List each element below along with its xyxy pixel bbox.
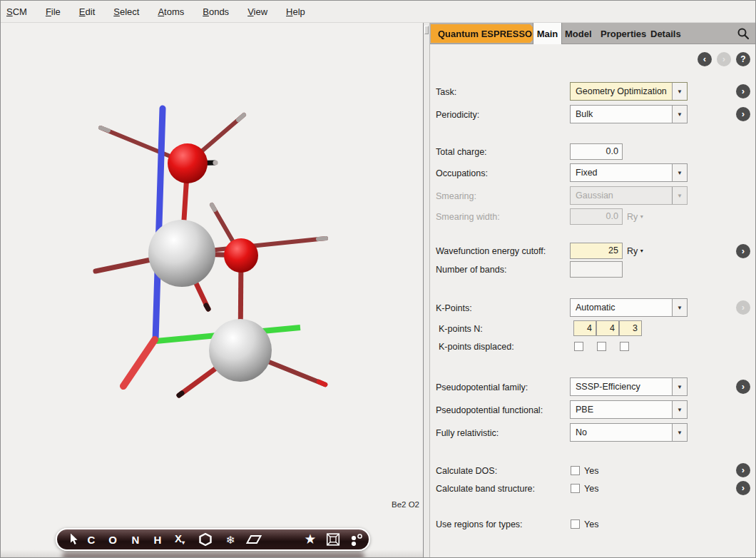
element-o-button[interactable]: O (108, 534, 117, 545)
tab-details[interactable]: Details (650, 23, 681, 44)
calc-dos-yes-label: Yes (584, 466, 598, 476)
forward-button[interactable]: › (717, 52, 731, 66)
tab-quantum-espresso[interactable]: Quantum ESPRESSO (431, 24, 539, 43)
cell-box-icon[interactable] (327, 533, 340, 546)
dropdown-arrow-icon: ▼ (672, 187, 687, 204)
total-charge-label: Total charge: (436, 147, 487, 157)
tab-properties[interactable]: Properties (601, 23, 646, 44)
cutoff-input[interactable]: 25 (570, 243, 623, 259)
atoms (148, 143, 272, 382)
periodicity-label: Periodicity: (436, 110, 479, 120)
task-detail-button[interactable]: › (736, 84, 750, 98)
pseudo-family-label: Pseudopotential family: (436, 382, 528, 392)
calc-band-detail-button[interactable]: › (736, 481, 750, 495)
kpoints-n1-input[interactable]: 4 (573, 320, 596, 336)
element-x-dropdown[interactable]: X▾ (175, 533, 185, 546)
calc-band-yes-label: Yes (584, 484, 598, 494)
element-n-button[interactable]: N (132, 534, 140, 545)
pseudo-family-detail-button[interactable]: › (736, 380, 750, 394)
menu-file[interactable]: File (46, 4, 61, 20)
dropdown-arrow-icon: ▼ (672, 299, 687, 316)
atom-Be-2 (209, 319, 272, 382)
smearing-width-input: 0.0 (570, 208, 623, 225)
calc-dos-detail-button[interactable]: › (736, 463, 750, 477)
kpoints-n3-input[interactable]: 3 (619, 320, 642, 336)
ring-tool-icon[interactable] (199, 533, 213, 547)
occupations-dropdown[interactable]: Fixed ▼ (570, 163, 688, 182)
app-window: SCM File Edit Select Atoms Bonds View He… (0, 0, 756, 558)
use-regions-yes-label: Yes (584, 519, 598, 529)
molecule-3d-scene (1, 23, 424, 558)
dropdown-arrow-icon: ▼ (672, 106, 687, 123)
total-charge-input[interactable]: 0.0 (570, 143, 623, 160)
search-icon[interactable] (737, 27, 750, 40)
fully-relativistic-dropdown[interactable]: No ▼ (570, 423, 688, 442)
molecule-viewport[interactable]: Be2 O2 C O N H X▾ ❄ ★ (1, 23, 424, 558)
task-dropdown[interactable]: Geometry Optimization ▼ (570, 82, 688, 101)
periodicity-detail-button[interactable]: › (736, 107, 750, 121)
occupations-label: Occupations: (436, 168, 488, 178)
element-c-button[interactable]: C (88, 534, 96, 545)
dropdown-arrow-icon: ▼ (672, 401, 687, 418)
favorites-star-icon[interactable]: ★ (305, 534, 315, 545)
dropdown-arrow-icon: ▼ (672, 378, 687, 395)
unit-dropdown-arrow-icon: ▾ (640, 213, 643, 220)
atom-Be-1 (148, 220, 215, 287)
plane-tool-icon[interactable] (246, 534, 262, 545)
task-label: Task: (436, 87, 456, 97)
menubar: SCM File Edit Select Atoms Bonds View He… (1, 1, 756, 23)
calc-band-label: Calculate band structure: (436, 484, 535, 494)
lattice-vector-a (123, 340, 155, 386)
menu-help[interactable]: Help (286, 4, 305, 20)
kpoints-dropdown[interactable]: Automatic ▼ (570, 298, 688, 317)
tab-model[interactable]: Model (565, 23, 592, 44)
formula-label: Be2 O2 (392, 500, 419, 509)
smearing-width-label: Smearing width: (436, 212, 500, 222)
input-panel: Quantum ESPRESSO Main Model Properties D… (430, 23, 756, 558)
kpoints-detail-button: › (736, 300, 750, 315)
fragments-icon[interactable] (350, 533, 363, 546)
num-bands-label: Number of bands: (436, 265, 506, 275)
unit-dropdown-arrow-icon: ▾ (640, 248, 643, 254)
menu-view[interactable]: View (247, 4, 267, 20)
panel-splitter[interactable] (424, 23, 430, 558)
panel-tabbar: Quantum ESPRESSO Main Model Properties D… (430, 23, 756, 44)
lattice-vector-c (155, 108, 163, 340)
kpoints-displaced-3-checkbox[interactable] (620, 342, 629, 351)
menu-select[interactable]: Select (113, 4, 139, 20)
element-h-button[interactable]: H (154, 534, 162, 545)
periodicity-dropdown[interactable]: Bulk ▼ (570, 105, 688, 123)
pseudo-functional-dropdown[interactable]: PBE ▼ (570, 400, 688, 419)
crystal-tool-icon[interactable]: ❄ (226, 534, 235, 545)
num-bands-input[interactable] (570, 261, 623, 278)
cutoff-unit[interactable]: Ry ▾ (627, 246, 643, 256)
atom-O-1 (168, 143, 208, 183)
dropdown-arrow-icon: ▼ (672, 83, 687, 100)
cutoff-label: Wavefunction energy cutoff: (436, 246, 546, 256)
back-button[interactable]: ‹ (698, 52, 712, 66)
fully-relativistic-label: Fully relativistic: (436, 428, 499, 438)
dropdown-arrow-icon: ▼ (672, 424, 687, 441)
use-regions-label: Use regions for types: (436, 519, 523, 529)
tab-main[interactable]: Main (533, 23, 562, 44)
help-button[interactable]: ? (736, 52, 750, 66)
kpoints-n2-input[interactable]: 4 (596, 320, 619, 336)
calc-band-checkbox[interactable] (571, 484, 580, 493)
menu-scm[interactable]: SCM (6, 4, 27, 20)
calc-dos-checkbox[interactable] (571, 466, 580, 475)
smearing-label: Smearing: (436, 191, 476, 201)
pseudo-functional-label: Pseudopotential functional: (436, 405, 543, 415)
use-regions-checkbox[interactable] (571, 519, 580, 529)
menu-edit[interactable]: Edit (79, 4, 95, 20)
atom-O-2 (224, 238, 258, 273)
kpoints-label: K-Points: (436, 303, 472, 313)
dropdown-arrow-icon: ▼ (672, 164, 687, 181)
cursor-icon[interactable] (68, 534, 78, 546)
menu-bonds[interactable]: Bonds (203, 4, 229, 20)
kpoints-displaced-1-checkbox[interactable] (574, 342, 583, 351)
splitter-handle[interactable] (424, 26, 429, 34)
menu-atoms[interactable]: Atoms (158, 4, 184, 20)
cutoff-detail-button[interactable]: › (736, 244, 750, 258)
kpoints-displaced-2-checkbox[interactable] (597, 342, 606, 351)
pseudo-family-dropdown[interactable]: SSSP-Efficiency ▼ (570, 377, 688, 396)
